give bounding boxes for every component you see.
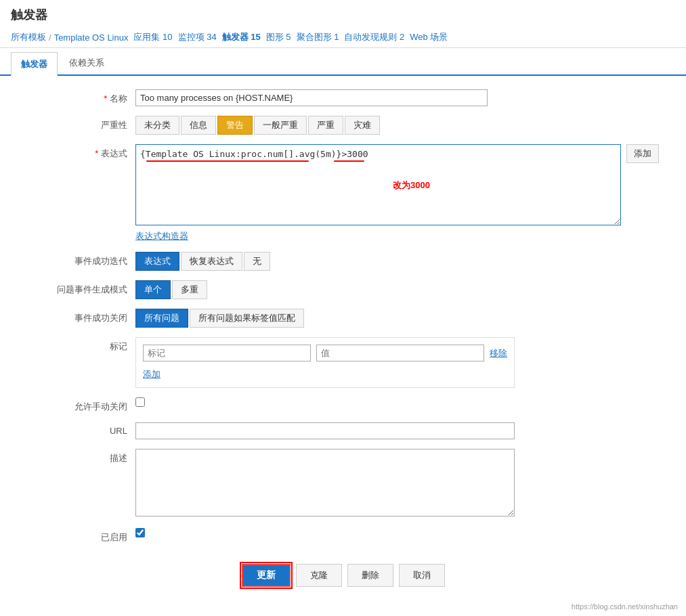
event-success-label: 事件成功迭代 [27, 252, 135, 267]
enabled-checkbox[interactable] [135, 528, 145, 537]
sev-disaster-btn[interactable]: 灾难 [345, 116, 380, 135]
severity-label: 严重性 [27, 116, 135, 131]
tags-row-section: 标记 移除 添加 [27, 337, 659, 388]
tags-label: 标记 [27, 337, 135, 353]
severity-buttons: 未分类 信息 警告 一般严重 严重 灾难 [135, 116, 659, 135]
problem-mode-content: 单个 多重 [135, 280, 659, 299]
enabled-checkbox-wrap [135, 528, 659, 537]
url-content [135, 422, 659, 439]
enabled-label: 已启用 [27, 528, 135, 544]
desc-label: 描述 [27, 449, 135, 464]
expr-textarea[interactable]: {Template OS Linux:proc.num[].avg(5m)}>3… [135, 144, 621, 225]
breadcrumb-monitors[interactable]: 监控项 34 [178, 31, 217, 43]
tabs-bar: 触发器 依赖关系 [0, 51, 686, 76]
expr-area-wrapper: {Template OS Linux:proc.num[].avg(5m)}>3… [135, 144, 621, 227]
tags-section: 移除 添加 [135, 337, 515, 388]
url-label: URL [27, 422, 135, 436]
breadcrumb-triggers[interactable]: 触发器 15 [222, 31, 261, 43]
sev-warning-btn[interactable]: 警告 [217, 116, 253, 135]
event-success-none-btn[interactable]: 无 [244, 252, 270, 271]
enabled-content [135, 528, 659, 537]
problem-mode-single-btn[interactable]: 单个 [135, 280, 171, 299]
enabled-row: 已启用 [27, 528, 659, 544]
event-success-buttons: 表达式 恢复表达式 无 [135, 252, 659, 271]
tag-value-input[interactable] [316, 345, 484, 361]
desc-row: 描述 [27, 449, 659, 519]
sev-info-btn[interactable]: 信息 [181, 116, 216, 135]
sev-unclass-btn[interactable]: 未分类 [135, 116, 179, 135]
form-section: 名称 严重性 未分类 信息 警告 一般严重 严重 灾难 表达式 {Templat… [0, 76, 686, 600]
checkbox-wrap [135, 397, 659, 407]
expr-box-wrap: {Template OS Linux:proc.num[].avg(5m)}>3… [135, 144, 659, 227]
action-buttons: 更新 克隆 删除 取消 [27, 557, 659, 587]
event-close-buttons: 所有问题 所有问题如果标签值匹配 [135, 309, 659, 328]
name-row: 名称 [27, 89, 659, 106]
tab-dependencies[interactable]: 依赖关系 [59, 51, 114, 74]
event-close-all-btn[interactable]: 所有问题 [135, 309, 188, 328]
expr-content: {Template OS Linux:proc.num[].avg(5m)}>3… [135, 144, 659, 242]
breadcrumb-template-os-linux[interactable]: Template OS Linux [54, 32, 129, 43]
expr-row: 表达式 {Template OS Linux:proc.num[].avg(5m… [27, 144, 659, 242]
update-button[interactable]: 更新 [242, 564, 291, 587]
breadcrumb-sep-1: / [49, 32, 51, 43]
name-content [135, 89, 659, 106]
event-success-recovery-btn[interactable]: 恢复表达式 [181, 252, 242, 271]
severity-row: 严重性 未分类 信息 警告 一般严重 严重 灾难 [27, 116, 659, 135]
sev-serious-btn[interactable]: 严重 [308, 116, 343, 135]
tags-row: 移除 [143, 345, 507, 361]
page-title: 触发器 [0, 0, 686, 27]
breadcrumb-discovery[interactable]: 自动发现规则 2 [344, 31, 404, 43]
add-tag-link[interactable]: 添加 [143, 368, 160, 380]
allow-close-checkbox[interactable] [135, 397, 145, 407]
breadcrumb-graphs[interactable]: 图形 5 [266, 31, 291, 43]
expr-label: 表达式 [27, 144, 135, 160]
tab-triggers[interactable]: 触发器 [11, 52, 58, 76]
name-label: 名称 [27, 89, 135, 105]
breadcrumb-agg-graphs[interactable]: 聚合图形 1 [297, 31, 339, 43]
event-close-label: 事件成功关闭 [27, 309, 135, 324]
expr-builder-link[interactable]: 表达式构造器 [135, 230, 188, 242]
delete-button[interactable]: 删除 [347, 564, 393, 587]
problem-mode-multi-btn[interactable]: 多重 [172, 280, 207, 299]
desc-textarea[interactable] [135, 449, 515, 516]
name-input[interactable] [135, 89, 488, 106]
severity-content: 未分类 信息 警告 一般严重 严重 灾难 [135, 116, 659, 135]
add-expr-button[interactable]: 添加 [626, 144, 659, 163]
url-input[interactable] [135, 422, 515, 439]
event-close-tag-btn[interactable]: 所有问题如果标签值匹配 [190, 309, 304, 328]
event-success-content: 表达式 恢复表达式 无 [135, 252, 659, 271]
breadcrumb-all-templates[interactable]: 所有模板 [11, 31, 46, 43]
tags-content: 移除 添加 [135, 337, 659, 388]
allow-close-content [135, 397, 659, 407]
event-success-row: 事件成功迭代 表达式 恢复表达式 无 [27, 252, 659, 271]
event-close-row: 事件成功关闭 所有问题 所有问题如果标签值匹配 [27, 309, 659, 328]
cancel-button[interactable]: 取消 [399, 564, 445, 587]
breadcrumb: 所有模板 / Template OS Linux 应用集 10 监控项 34 触… [0, 27, 686, 48]
sev-general-btn[interactable]: 一般严重 [254, 116, 307, 135]
desc-content [135, 449, 659, 519]
remove-tag-link[interactable]: 移除 [490, 347, 507, 359]
clone-button[interactable]: 克隆 [296, 564, 342, 587]
allow-close-row: 允许手动关闭 [27, 397, 659, 413]
problem-mode-row: 问题事件生成模式 单个 多重 [27, 280, 659, 299]
problem-mode-label: 问题事件生成模式 [27, 280, 135, 296]
problem-mode-buttons: 单个 多重 [135, 280, 659, 299]
tag-input[interactable] [143, 345, 311, 361]
breadcrumb-apps[interactable]: 应用集 10 [133, 31, 172, 43]
breadcrumb-web[interactable]: Web 场景 [410, 31, 448, 43]
event-close-content: 所有问题 所有问题如果标签值匹配 [135, 309, 659, 328]
event-success-expr-btn[interactable]: 表达式 [135, 252, 179, 271]
allow-close-label: 允许手动关闭 [27, 397, 135, 413]
url-row: URL [27, 422, 659, 439]
